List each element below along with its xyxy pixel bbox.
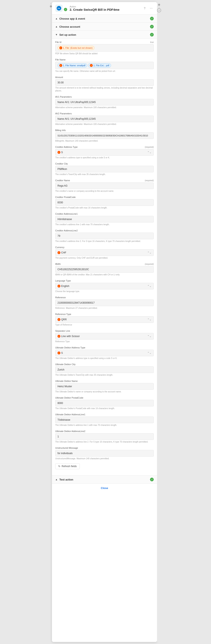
- check-circle-app-event: ✓: [150, 17, 154, 20]
- action-header: P4 ✓ Action 2. Create SwissQR Bill in PD…: [52, 2, 157, 15]
- input-creditor-addr-line1[interactable]: Hörnlistrasse: [55, 216, 154, 222]
- action-label: Action: [70, 5, 142, 8]
- section-title-setup: Set up action: [59, 33, 150, 36]
- label-language-type: Language Type: [55, 280, 154, 282]
- field-row-creditor-address-type: Creditor Address Type (required) ⚡ S ⌃⌄ …: [52, 144, 157, 160]
- section-choose-account[interactable]: ▲ Choose account ✓: [52, 23, 157, 31]
- label-currency: Currency: [55, 246, 154, 248]
- label-ud-name: Ultimate Debtor Name: [55, 380, 154, 382]
- section-title-account: Choose account: [59, 25, 150, 28]
- hint-reference-type: Type of Reference: [55, 324, 154, 326]
- zapier-icon-currency: ⚡: [57, 251, 60, 254]
- label-ud-city: Ultimate Debtor City: [55, 363, 154, 366]
- section-choose-app-event[interactable]: ▲ Choose app & event ✓: [52, 15, 157, 23]
- hint-av1: Alternative scheme parameter. Maximum 10…: [55, 106, 154, 109]
- hint-unstructured-message: UnstructuredMessage. Maximum 140 charact…: [55, 457, 154, 460]
- select-arrow-ud-addr-type: ⌃⌄: [147, 352, 152, 354]
- hint-file-id: PDF file where Swiss QR Bill should be a…: [55, 52, 154, 55]
- label-ud-postal-code: Ultimate Debtor PostalCode: [55, 396, 154, 399]
- label-reference: Reference: [55, 296, 154, 299]
- hint-ud-city: The Ultimate Debtor's Town/City with max…: [55, 374, 154, 376]
- field-row-ud-addr-line2: Ultimate Debtor AddressLine2 1 The Ultim…: [52, 428, 157, 444]
- hint-ud-address-type: The Ultimate Debtor's address type is sp…: [55, 357, 154, 360]
- toggle-icon-account: ▲: [55, 25, 58, 28]
- input-ud-address-type[interactable]: ⚡ S ⌃⌄: [55, 350, 154, 356]
- input-language-type[interactable]: ⚡ English ⌃⌄: [55, 283, 154, 290]
- label-separator-line: Separator Line: [55, 330, 154, 332]
- pill-file-name-1: ⚡ 1. File Name: smallpdf: [57, 63, 87, 68]
- label-creditor-addr-line1: Creditor AddressLine1: [55, 212, 154, 215]
- field-row-ud-name: Ultimate Debtor Name Heinz Muster The Ul…: [52, 378, 157, 394]
- input-ud-city[interactable]: Zurich: [55, 366, 154, 373]
- field-row-amount: Amount 30.00 The amount element is to be…: [52, 74, 157, 94]
- refresh-fields-button[interactable]: ↻ Refresh fields: [55, 464, 80, 469]
- input-separator-line[interactable]: ⚡ Line with Scissor ⌃⌄: [55, 333, 154, 340]
- input-creditor-addr-line2[interactable]: 79: [55, 232, 154, 239]
- svg-text:P4: P4: [58, 8, 60, 10]
- field-row-iban: IBAN (required) CH5100225225952913010C I…: [52, 261, 157, 278]
- input-av2[interactable]: Name AV1: UV:UltraPay005;12345: [55, 116, 154, 122]
- input-file-id[interactable]: ⚡ 1. File: (Exists but not shown): [55, 44, 154, 52]
- check-circle-account: ✓: [150, 25, 154, 28]
- section-set-up-action[interactable]: ▼ Set up action ✓: [52, 31, 157, 39]
- zapier-icon-reference-type: ⚡: [57, 318, 60, 321]
- field-row-reference: Reference 210000000031394714300090017 Re…: [52, 294, 157, 311]
- hint-creditor-address-type: The creditor's address type is specified…: [55, 156, 154, 159]
- hint-ud-postal-code: The Ultimate Debtor's PostalCode with ma…: [55, 407, 154, 410]
- input-unstructured-message[interactable]: for individuals: [55, 450, 154, 456]
- hint-billing-info: BillingInfo. Maximum 140 characters perm…: [55, 140, 154, 142]
- input-ud-addr-line2[interactable]: 1: [55, 433, 154, 440]
- input-iban[interactable]: CH5100225225952913010C: [55, 266, 154, 273]
- section-test-action[interactable]: ▲ Test action ✓: [52, 476, 157, 484]
- input-reference-type[interactable]: ⚡ QRR ⌃⌄: [55, 316, 154, 323]
- label-creditor-address-type: Creditor Address Type (required): [55, 146, 154, 148]
- input-av1[interactable]: Name AV1: UV:UltraPay005;12345: [55, 99, 154, 106]
- input-billing-info[interactable]: S1/01/20170309/11/10201409/20/14000000/2…: [55, 132, 154, 139]
- field-row-language-type: Language Type ⚡ English ⌃⌄ Choose the la…: [52, 278, 157, 294]
- page-title: 2. Create SwissQR Bill in PDF4me: [70, 8, 142, 11]
- label-amount: Amount: [55, 76, 154, 78]
- hint-creditor-addr-line1: The creditor's address line 1 with max 7…: [55, 223, 154, 226]
- field-row-ud-addr-line1: Ultimate Debtor AddressLine1 Tödistrasse…: [52, 411, 157, 428]
- hint-iban: IBAN or QR-IBAN of the creditor. Max 21 …: [55, 273, 154, 276]
- zapier-icon-file-name-2: ⚡: [90, 64, 93, 67]
- refresh-icon: ↻: [58, 465, 60, 468]
- field-row-reference-type: Reference Type ⚡ QRR ⌃⌄ Type of Referenc…: [52, 311, 157, 328]
- input-creditor-address-type[interactable]: ⚡ S ⌃⌄: [55, 149, 154, 156]
- label-file-name: File Name: [55, 58, 154, 61]
- label-av2: AV2 Parameters: [55, 112, 154, 115]
- label-billing-info: Billing Info: [55, 129, 154, 132]
- input-creditor-postal-code[interactable]: 8330: [55, 199, 154, 206]
- field-row-creditor-addr-line2: Creditor AddressLine2 79 The creditor's …: [52, 227, 157, 244]
- select-arrow-creditor-addr-type: ⌃⌄: [147, 151, 152, 154]
- field-row-creditor-addr-line1: Creditor AddressLine1 Hörnlistrasse The …: [52, 210, 157, 227]
- toggle-icon-setup: ▼: [55, 33, 58, 36]
- hint-reference: Reference. Maximum 27 characters permitt…: [55, 307, 154, 310]
- header-title-block: Action 2. Create SwissQR Bill in PDF4me: [70, 5, 142, 11]
- input-ud-postal-code[interactable]: 8000: [55, 400, 154, 406]
- zapier-icon-separator: ⚡: [57, 335, 60, 338]
- more-options-button[interactable]: ⋯: [149, 6, 154, 11]
- app-logo: P4: [55, 4, 63, 12]
- field-row-currency: Currency ⚡ CHF ⌃⌄ The payment currency. …: [52, 244, 157, 261]
- input-ud-name[interactable]: Heinz Muster: [55, 383, 154, 390]
- label-file-id: File Id true: [55, 41, 154, 43]
- label-ud-addr-line1: Ultimate Debtor AddressLine1: [55, 413, 154, 416]
- hint-ud-addr-line2: The Ultimate Debtor's address line 2. Fo…: [55, 440, 154, 443]
- input-reference[interactable]: 210000000031394714300090017: [55, 300, 154, 306]
- hint-av2: Alternative scheme parameter. Maximum 10…: [55, 123, 154, 126]
- input-currency[interactable]: ⚡ CHF ⌃⌄: [55, 249, 154, 256]
- input-file-name[interactable]: ⚡ 1. File Name: smallpdf ⚡ 1. File Ext.:…: [55, 62, 154, 69]
- pill-file-id: ⚡ 1. File: (Exists but not shown): [57, 46, 94, 50]
- field-row-creditor-postal-code: Creditor PostalCode 8330 The creditor's …: [52, 194, 157, 210]
- close-button[interactable]: Close: [101, 486, 108, 490]
- footer: Close: [52, 484, 157, 492]
- help-button[interactable]: ?: [142, 6, 147, 11]
- label-av1: AV1 Parameters: [55, 96, 154, 98]
- input-creditor-name[interactable]: Rega AG: [55, 182, 154, 189]
- hint-creditor-name: The creditor's name or company according…: [55, 190, 154, 192]
- select-arrow-currency: ⌃⌄: [147, 251, 152, 254]
- input-creditor-city[interactable]: Pfäffikon: [55, 166, 154, 172]
- input-amount[interactable]: 30.00: [55, 79, 154, 86]
- input-ud-addr-line1[interactable]: Tödistrasse: [55, 416, 154, 423]
